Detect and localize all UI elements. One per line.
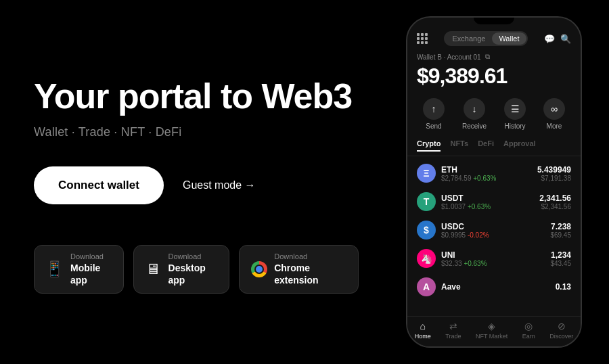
phone-notch: [474, 18, 514, 24]
nav-discover[interactable]: ⊘ Discover: [549, 321, 573, 340]
usdt-value: $2,341.56: [539, 203, 571, 210]
usdc-amount: 7.238: [550, 222, 571, 231]
eth-info: ETH $2,784.59 +0.63%: [441, 165, 532, 182]
download-desktop-button[interactable]: 🖥 Download Desktop app: [133, 245, 230, 294]
chrome-icon: [250, 261, 267, 277]
crypto-tabs: Crypto NFTs DeFi Approval: [407, 137, 581, 156]
usdt-name: USDT: [441, 194, 534, 203]
trade-label: Trade: [445, 333, 461, 340]
desktop-icon: 🖥: [145, 260, 162, 278]
uni-icon: 🦄: [417, 249, 436, 268]
eth-amounts: 5.439949 $7,191.38: [537, 165, 571, 182]
nft-icon: ◈: [488, 321, 495, 332]
uni-amount: 1,234: [550, 250, 571, 260]
more-icon: ∞: [543, 98, 565, 120]
discover-icon: ⊘: [558, 321, 566, 332]
download-mobile-label: Download: [70, 252, 112, 261]
eth-value: $7,191.38: [537, 175, 571, 182]
eth-name: ETH: [441, 165, 532, 175]
send-action[interactable]: ↑ Send: [423, 98, 445, 130]
download-mobile-button[interactable]: 📱 Download Mobile app: [34, 245, 124, 294]
history-icon: ☰: [504, 98, 526, 120]
wallet-name: Wallet B · Account 01: [417, 53, 481, 61]
tab-approval[interactable]: Approval: [503, 139, 536, 152]
exchange-tab[interactable]: Exchange: [445, 32, 492, 45]
usdc-price: $0.9995 -0.02%: [441, 231, 545, 239]
uni-info: UNI $32.33 +0.63%: [441, 250, 545, 267]
download-chrome-button[interactable]: Download Chrome extension: [239, 245, 359, 294]
uni-value: $43.45: [550, 260, 571, 267]
download-row: 📱 Download Mobile app 🖥 Download Desktop…: [34, 245, 359, 294]
download-mobile-name: Mobile app: [70, 262, 112, 286]
phone-bottom-nav: ⌂ Home ⇄ Trade ◈ NFT Market ◎ Earn ⊘ D: [407, 316, 581, 346]
aave-info: Aave: [441, 282, 550, 292]
wallet-tab[interactable]: Wallet: [492, 32, 526, 45]
receive-label: Receive: [462, 122, 487, 130]
cta-row: Connect wallet Guest mode →: [34, 166, 359, 204]
more-action[interactable]: ∞ More: [543, 98, 565, 130]
send-icon: ↑: [423, 98, 445, 120]
usdc-amounts: 7.238 $69.45: [550, 222, 571, 239]
wallet-info: Wallet B · Account 01 ⧉: [407, 50, 581, 62]
nav-home[interactable]: ⌂ Home: [415, 321, 431, 340]
nav-earn[interactable]: ◎ Earn: [522, 321, 535, 340]
download-desktop-label: Download: [168, 252, 219, 261]
download-chrome-name: Chrome extension: [274, 262, 347, 286]
connect-wallet-button[interactable]: Connect wallet: [34, 166, 164, 204]
earn-icon: ◎: [524, 321, 533, 332]
receive-action[interactable]: ↓ Receive: [462, 98, 487, 130]
nft-label: NFT Market: [476, 333, 508, 340]
aave-name: Aave: [441, 282, 550, 292]
usdt-amounts: 2,341.56 $2,341.56: [539, 194, 571, 210]
search-icon[interactable]: 🔍: [560, 33, 571, 44]
tab-crypto[interactable]: Crypto: [417, 139, 441, 152]
token-list: Ξ ETH $2,784.59 +0.63% 5.439949 $7,191.3…: [407, 156, 581, 316]
topbar-icons: 💬 🔍: [544, 33, 571, 44]
tab-switcher: Exchange Wallet: [444, 31, 527, 46]
usdc-value: $69.45: [550, 231, 571, 239]
balance-display: $9,389.61: [407, 62, 581, 95]
phone-mockup: Exchange Wallet 💬 🔍 Wallet B · Account 0…: [406, 16, 582, 348]
token-item-usdc[interactable]: $ USDC $0.9995 -0.02% 7.238 $69.45: [407, 216, 581, 244]
token-item-aave[interactable]: A Aave 0.13: [407, 273, 581, 301]
chat-icon[interactable]: 💬: [544, 33, 555, 44]
phone-screen: Exchange Wallet 💬 🔍 Wallet B · Account 0…: [407, 18, 581, 346]
action-row: ↑ Send ↓ Receive ☰ History ∞ More: [407, 95, 581, 137]
home-label: Home: [415, 333, 431, 340]
eth-icon: Ξ: [417, 164, 436, 183]
usdc-info: USDC $0.9995 -0.02%: [441, 222, 545, 239]
aave-amount: 0.13: [556, 282, 571, 292]
download-chrome-label: Download: [274, 252, 347, 261]
discover-label: Discover: [549, 333, 573, 340]
guest-mode-link[interactable]: Guest mode →: [183, 179, 256, 191]
receive-icon: ↓: [464, 98, 485, 120]
history-action[interactable]: ☰ History: [504, 98, 526, 130]
hero-headline: Your portal to Web3: [34, 77, 359, 116]
nav-nft-market[interactable]: ◈ NFT Market: [476, 321, 508, 340]
token-item-usdt[interactable]: T USDT $1.0037 +0.63% 2,341.56 $2,341.56: [407, 187, 581, 216]
nav-trade[interactable]: ⇄ Trade: [445, 321, 461, 340]
usdt-price: $1.0037 +0.63%: [441, 203, 534, 210]
uni-price: $32.33 +0.63%: [441, 260, 545, 267]
usdt-amount: 2,341.56: [539, 194, 571, 203]
history-label: History: [504, 122, 525, 130]
home-icon: ⌂: [420, 321, 426, 332]
uni-amounts: 1,234 $43.45: [550, 250, 571, 267]
trade-icon: ⇄: [449, 321, 457, 332]
copy-icon[interactable]: ⧉: [485, 53, 490, 61]
usdc-name: USDC: [441, 222, 545, 231]
send-label: Send: [426, 122, 441, 130]
token-item-eth[interactable]: Ξ ETH $2,784.59 +0.63% 5.439949 $7,191.3…: [407, 159, 581, 187]
uni-name: UNI: [441, 250, 545, 260]
tab-defi[interactable]: DeFi: [478, 139, 494, 152]
token-item-uni[interactable]: 🦄 UNI $32.33 +0.63% 1,234 $43.45: [407, 244, 581, 273]
tab-nfts[interactable]: NFTs: [450, 139, 468, 152]
eth-amount: 5.439949: [537, 165, 571, 175]
right-section: Exchange Wallet 💬 🔍 Wallet B · Account 0…: [392, 0, 609, 364]
aave-icon: A: [417, 277, 436, 296]
phone-topbar: Exchange Wallet 💬 🔍: [407, 26, 581, 50]
earn-label: Earn: [522, 333, 535, 340]
grid-icon[interactable]: [417, 33, 428, 44]
hero-subtitle: Wallet · Trade · NFT · DeFi: [34, 125, 359, 139]
aave-amounts: 0.13: [556, 282, 571, 292]
